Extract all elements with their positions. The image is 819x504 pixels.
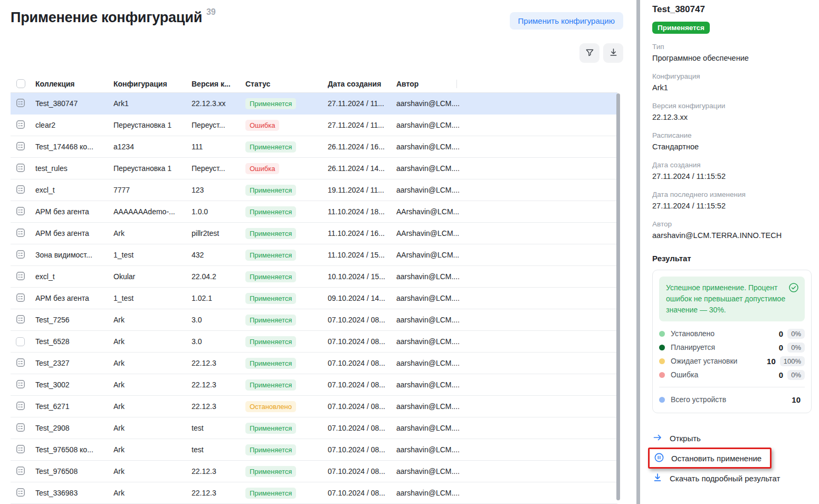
- row-checkbox[interactable]: [16, 337, 25, 346]
- select-all-checkbox[interactable]: [16, 79, 25, 88]
- download-icon: [608, 47, 618, 59]
- table-row[interactable]: Test_976508 Ark 22.12.3 Применяется 07.1…: [11, 461, 617, 482]
- collection-icon: [15, 184, 26, 196]
- table-row[interactable]: АРМ без агента Ark pillr2test Применяетс…: [11, 223, 617, 244]
- table-scrollbar-thumb[interactable]: [616, 93, 620, 500]
- column-header-date[interactable]: Дата создания: [328, 80, 396, 88]
- download-icon: [652, 472, 663, 484]
- created-date: 11.10.2024 / 15...: [328, 251, 385, 259]
- table-row[interactable]: Test_380747 Ark1 22.12.3.xx Применяется …: [11, 93, 617, 115]
- configuration-version: test: [192, 424, 204, 432]
- collection-icon: [15, 379, 26, 391]
- table-row[interactable]: excl_t 7777 123 Применяется 19.11.2024 /…: [11, 179, 617, 201]
- column-header-author[interactable]: Автор: [396, 80, 459, 88]
- table-row[interactable]: Test_174468 ко... a1234 111 Применяется …: [11, 136, 617, 158]
- table-row[interactable]: Test_2327 Ark 22.12.3 Применяется 07.10.…: [11, 353, 617, 374]
- panel-divider: [636, 0, 640, 504]
- action-trash[interactable]: Удалить: [652, 500, 812, 504]
- table-row[interactable]: Зона видимост... 1_test 432 Применяется …: [11, 244, 617, 266]
- panel-field: Тип Программное обеспечение: [652, 42, 812, 63]
- action-download[interactable]: Скачать подробный результат: [652, 470, 812, 486]
- configuration-version: 22.04.2: [192, 272, 216, 281]
- table-row[interactable]: АРМ без агента AAAAAAAdemo-... 1.0.0 При…: [11, 201, 617, 223]
- author: aarshavin@LCM....: [396, 186, 459, 194]
- field-label: Тип: [652, 42, 812, 51]
- configuration-version: 1.02.1: [192, 294, 212, 302]
- filter-button[interactable]: [579, 43, 599, 63]
- configuration-version: 22.12.3: [192, 467, 216, 476]
- stat-count: 10: [767, 357, 776, 366]
- table-header-row: Коллекция Конфигурация Версия к... Стату…: [11, 75, 617, 93]
- table-row[interactable]: Test_336983 Ark 22.12.3 Применяется 07.1…: [11, 482, 617, 504]
- collection-name: Test_336983: [35, 489, 78, 497]
- table-row[interactable]: test_rules Переустановка 1 Переуст... Ош…: [11, 158, 617, 179]
- configuration-version: 22.12.3.xx: [192, 99, 226, 108]
- status-badge: Применяется: [245, 444, 296, 455]
- column-header-configuration[interactable]: Конфигурация: [113, 80, 192, 88]
- stat-row: Ошибка 0 0%: [659, 368, 805, 382]
- stat-label: Ошибка: [671, 370, 779, 379]
- page-title: Применение конфигураций39: [11, 9, 215, 26]
- stat-dot: [659, 331, 665, 337]
- apply-configuration-button[interactable]: Применить конфигурацию: [510, 12, 623, 30]
- configuration-name: Ark: [113, 445, 125, 454]
- column-header-version[interactable]: Версия к...: [192, 80, 245, 88]
- configuration-name: 1_test: [113, 251, 134, 259]
- stat-label: Планируется: [671, 343, 779, 351]
- table-row[interactable]: Test_6271 Ark 22.12.3 Остановлено 07.10.…: [11, 396, 617, 417]
- stat-row: Планируется 0 0%: [659, 340, 805, 354]
- stat-percent: 100%: [780, 356, 805, 366]
- table-row[interactable]: Test_6528 Ark 3.0 Применяется 07.10.2024…: [11, 331, 617, 353]
- table-row[interactable]: Test_2908 Ark test Применяется 07.10.202…: [11, 417, 617, 439]
- table-row[interactable]: clear2 Переустановка 1 Переуст... Ошибка…: [11, 115, 617, 136]
- status-badge: Применяется: [245, 466, 296, 477]
- configuration-name: Ark: [113, 229, 125, 237]
- configuration-name: Okular: [113, 272, 135, 281]
- created-date: 26.11.2024 / 14...: [328, 164, 385, 173]
- table-row[interactable]: АРМ без агента 1_test 1.02.1 Применяется…: [11, 288, 617, 309]
- action-label: Остановить применение: [671, 454, 761, 463]
- configuration-name: 7777: [113, 186, 130, 194]
- created-date: 26.11.2024 / 16...: [328, 142, 385, 151]
- export-button[interactable]: [603, 43, 623, 63]
- configurations-table: Коллекция Конфигурация Версия к... Стату…: [11, 75, 617, 504]
- stat-percent: 0%: [787, 329, 805, 339]
- column-header-status[interactable]: Статус: [245, 80, 328, 88]
- status-badge: Применяется: [245, 358, 296, 369]
- status-badge: Применяется: [245, 185, 296, 196]
- collection-name: Test_976508 ко...: [35, 445, 93, 454]
- collection-name: Test_3002: [35, 381, 70, 389]
- table-row[interactable]: Test_3002 Ark 22.12.3 Применяется 07.10.…: [11, 374, 617, 396]
- collection-name: Test_7256: [35, 316, 70, 324]
- stat-row: Ожидает установки 10 100%: [659, 354, 805, 368]
- created-date: 07.10.2024 / 08...: [328, 445, 385, 454]
- panel-fields: Тип Программное обеспечение Конфигурация…: [652, 42, 812, 241]
- panel-field: Конфигурация Ark1: [652, 72, 812, 93]
- configuration-name: Ark: [113, 489, 125, 497]
- result-card: Успешное применение. Процент ошибок не п…: [652, 270, 812, 413]
- field-value: 22.12.3.xx: [652, 112, 812, 122]
- configuration-version: 22.12.3: [192, 359, 216, 367]
- author: aarshavin@LCM....: [396, 359, 459, 367]
- details-panel: Test_380747 Применяется Тип Программное …: [644, 0, 819, 504]
- author: aarshavin@LCM....: [396, 142, 459, 151]
- field-value: 27.11.2024 / 11:15:52: [652, 201, 812, 211]
- action-arrow-right[interactable]: Открыть: [652, 430, 812, 446]
- table-row[interactable]: Test_7256 Ark 3.0 Применяется 07.10.2024…: [11, 309, 617, 331]
- field-label: Дата последнего изменения: [652, 190, 812, 199]
- action-pause-circle[interactable]: Остановить применение: [654, 450, 761, 466]
- column-header-collection[interactable]: Коллекция: [35, 80, 113, 88]
- table-body: Test_380747 Ark1 22.12.3.xx Применяется …: [11, 93, 617, 504]
- table-row[interactable]: Test_976508 ко... Ark test Применяется 0…: [11, 439, 617, 461]
- author: aarshavin@LCM....: [396, 272, 459, 281]
- author: aarshavin@LCM....: [396, 316, 459, 324]
- collection-name: Test_2908: [35, 424, 70, 432]
- table-toolbar: [579, 43, 623, 63]
- collection-icon: [15, 98, 26, 110]
- configuration-version: 123: [192, 186, 204, 194]
- author: aarshavin@LCM....: [396, 402, 459, 411]
- collection-icon: [15, 163, 26, 175]
- stat-count: 0: [779, 370, 783, 379]
- table-row[interactable]: excl_t Okular 22.04.2 Применяется 10.10.…: [11, 266, 617, 288]
- author: aarshavin@LCM....: [396, 121, 459, 129]
